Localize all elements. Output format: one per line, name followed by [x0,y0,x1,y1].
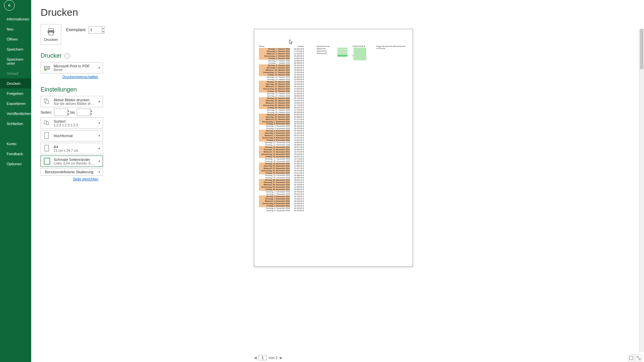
papersize-dropdown[interactable]: A421 cm x 29,7 cm ▼ [41,143,103,154]
chevron-down-icon: ▼ [98,100,101,103]
table-row: Montag, 22. Oktober 201835.719,00 € [259,97,304,100]
print-button[interactable]: Drucken [41,24,61,45]
nav-item-feedback[interactable]: Feedback [0,149,31,159]
info-icon[interactable]: i [64,53,70,59]
show-margins-button[interactable] [628,355,635,361]
copies-down[interactable]: ▼ [102,30,104,33]
preview-scrollbar[interactable] [639,29,644,352]
table-row: Samstag, 24. November 201824.668,00 € [259,174,304,177]
svg-rect-8 [46,122,48,125]
table-row: Samstag, 27. Oktober 201811.705,00 € [259,109,304,111]
nav-item-öffnen[interactable]: Öffnen [0,34,31,44]
table-row: Samstag, 13. Oktober 201826.629,00 € [259,76,304,78]
copies-label: Exemplare: [66,27,87,32]
table-row: Freitag, 30. November 201828.366,00 € [259,188,304,191]
table-row: Samstag, 1. Dezember 201823.742,00 € [259,191,304,193]
page-prev-button[interactable]: ◀ [254,356,257,360]
page-to-input[interactable] [77,109,90,116]
table-row: Donnerstag, 11. Oktober 201812.503,00 € [259,71,304,74]
svg-rect-2 [49,32,53,35]
printer-heading: Drucker [41,52,62,59]
table-row: Samstag, 10. November 201819.950,00 € [259,141,304,144]
copies-up[interactable]: ▲ [102,26,104,30]
table-row: Montag, 29. Oktober 201835.832,00 € [259,114,304,116]
print-what-dropdown[interactable]: Aktive Blätter druckenNur die aktiven Bl… [41,96,103,107]
preview-page: DatumUmsatz Montag, 1. Oktober 201826.36… [254,29,413,267]
nav-item-neu[interactable]: Neu [0,24,31,34]
table-row: Mittwoch, 3. Oktober 201811.600,00 € [259,53,304,55]
table-row: Mittwoch, 14. November 201819.470,00 € [259,151,304,153]
svg-rect-11 [44,158,50,165]
table-row: Sonntag, 25. November 201816.396,00 € [259,177,304,179]
scrollbar-thumb[interactable] [640,29,643,69]
table-row: Freitag, 7. Dezember 201823.923,00 € [259,205,304,207]
svg-rect-14 [637,356,638,358]
nav-item-veröffentlichen[interactable]: Veröffentlichen [0,109,31,119]
table-row: Sonntag, 28. Oktober 201832.240,00 € [259,111,304,114]
nav-item-optionen[interactable]: Optionen [0,159,31,169]
copies-input[interactable] [89,26,102,33]
backstage-nav: InformationenNeuÖffnenSpeichernSpeichern… [0,0,31,362]
table-row: Samstag, 20. Oktober 201821.622,00 € [259,93,304,95]
table-row: Dienstag, 6. November 201812.109,00 € [259,132,304,134]
page-count-label: von 2 [269,356,278,360]
table-row: Donnerstag, 25. Oktober 201821.742,00 € [259,104,304,107]
table-row: Mittwoch, 5. Dezember 201830.449,00 € [259,200,304,202]
table-row: Donnerstag, 1. November 201819.281,00 € [259,121,304,123]
table-row: Montag, 5. November 201839.790,00 € [259,130,304,132]
nav-item-informationen[interactable]: Informationen [0,14,31,24]
table-row: Samstag, 6. Oktober 201810.966,00 € [259,60,304,62]
table-row: Montag, 1. Oktober 201826.361,00 € [259,48,304,50]
margins-dropdown[interactable]: Schmale SeitenränderLinks: 0,64 cm Recht… [41,156,103,167]
table-row: Montag, 26. November 201818.662,00 € [259,179,304,181]
orientation-dropdown[interactable]: Hochformat ▼ [41,130,103,141]
nav-item-schließen[interactable]: Schließen [0,119,31,129]
nav-item-konto[interactable]: Konto [0,139,31,149]
nav-item-drucken[interactable]: Drucken [0,78,31,88]
printer-properties-link[interactable]: Druckereigenschaften [41,75,98,79]
table-row: Freitag, 5. Oktober 201813.804,00 € [259,57,304,60]
nav-item-exportieren[interactable]: Exportieren [0,99,31,109]
table-row: Donnerstag, 22. November 201826.275,00 € [259,170,304,172]
table-row: Montag, 15. Oktober 201831.014,00 € [259,81,304,83]
page-number-input[interactable] [259,355,267,360]
page-to-spinner[interactable]: ▲▼ [77,109,91,116]
table-row: Dienstag, 23. Oktober 201831.913,00 € [259,100,304,102]
arrow-left-icon [7,3,12,8]
zoom-page-icon [637,356,641,360]
table-row: Freitag, 19. Oktober 201831.561,00 € [259,90,304,93]
table-row: Dienstag, 13. November 201820.354,00 € [259,148,304,151]
nav-item-speichern-unter[interactable]: Speichern unter [0,54,31,68]
zoom-to-page-button[interactable] [635,355,642,361]
scaling-dropdown[interactable]: Benutzerdefinierte Skalierung ▼ [41,168,103,176]
portrait-icon [43,132,51,140]
table-row: Sonntag, 11. November 201834.958,00 € [259,144,304,146]
table-row: Sonntag, 14. Oktober 201812.930,00 € [259,78,304,81]
page-setup-link[interactable]: Seite einrichten [41,177,98,181]
table-row: Freitag, 2. November 201832.167,00 € [259,123,304,125]
preview-note: Fügen Sie hier ihre Teilsummen ein zur Ü… [376,45,408,212]
copies-spinner[interactable]: ▲▼ [89,26,105,34]
total-row: Gesamtsumme:2.205.670,00 € [317,45,365,47]
page-next-button[interactable]: ▶ [280,356,282,360]
svg-rect-13 [630,356,633,360]
nav-item-freigeben[interactable]: Freigeben [0,88,31,99]
table-row: Dienstag, 9. Oktober 201820.669,00 € [259,67,304,69]
page-from-spinner[interactable]: ▲▼ [54,109,68,116]
printer-dropdown[interactable]: Microsoft Print to PDFBereit ▼ [41,62,103,73]
preview-totals: Gesamtsumme:2.205.670,00 €Teilsumme872.2… [317,45,365,212]
nav-item-speichern[interactable]: Speichern [0,44,31,54]
collate-dropdown[interactable]: Sortiert1;2;3 1;2;3 1;2;3 ▼ [41,117,103,129]
margins-view-icon [629,356,633,360]
table-row: Freitag, 23. November 201831.611,00 € [259,172,304,174]
back-button[interactable] [4,0,15,11]
table-row: Freitag, 12. Oktober 201819.443,00 € [259,74,304,76]
chevron-down-icon: ▼ [98,147,101,150]
pages-to-label: bis [70,110,75,114]
table-row: Montag, 19. November 201823.306,00 € [259,163,304,165]
table-row: Donnerstag, 29. November 201812.266,00 € [259,186,304,188]
table-row: Donnerstag, 6. Dezember 201833.946,00 € [259,202,304,205]
table-row: Mittwoch, 10. Oktober 201823.095,00 € [259,69,304,71]
table-row: Mittwoch, 7. November 201825.311,00 € [259,134,304,137]
page-from-input[interactable] [54,109,67,116]
